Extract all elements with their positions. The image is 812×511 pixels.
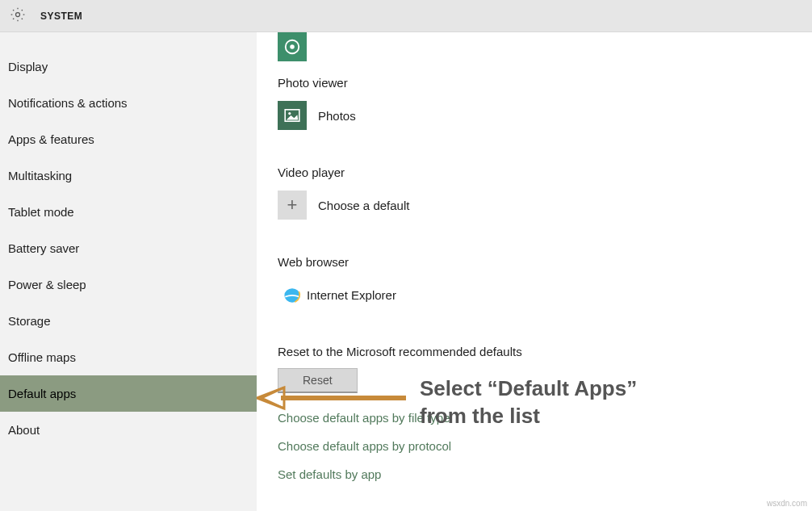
- app-label: Choose a default: [318, 199, 409, 212]
- sidebar-item-storage[interactable]: Storage: [0, 303, 257, 339]
- plus-icon: +: [278, 191, 307, 220]
- internet-explorer-icon: [278, 280, 307, 309]
- web-browser-selector[interactable]: Internet Explorer: [278, 280, 812, 309]
- sidebar-item-about[interactable]: About: [0, 412, 257, 448]
- annotation-line2: from the list: [420, 403, 637, 430]
- photo-viewer-section: Photo viewer Photos: [278, 76, 812, 130]
- annotation-line1: Select “Default Apps”: [420, 375, 637, 403]
- svg-point-4: [288, 112, 291, 115]
- sidebar: Display Notifications & actions Apps & f…: [0, 32, 257, 511]
- app-label: Photos: [318, 109, 356, 123]
- sidebar-item-default-apps[interactable]: Default apps: [0, 375, 257, 412]
- music-player-selector[interactable]: [278, 32, 812, 61]
- reset-description: Reset to the Microsoft recommended defau…: [278, 345, 812, 358]
- groove-music-icon: [278, 32, 307, 61]
- photos-icon: [278, 101, 307, 130]
- svg-point-2: [290, 44, 295, 49]
- sidebar-item-notifications[interactable]: Notifications & actions: [0, 85, 257, 121]
- video-player-selector[interactable]: + Choose a default: [278, 191, 812, 220]
- gear-icon: [10, 6, 26, 26]
- photo-viewer-selector[interactable]: Photos: [278, 101, 812, 130]
- content: Photo viewer Photos Video player + Choos…: [257, 32, 812, 511]
- link-by-protocol[interactable]: Choose default apps by protocol: [278, 439, 812, 453]
- sidebar-item-multitasking[interactable]: Multitasking: [0, 157, 257, 194]
- section-title: Web browser: [278, 255, 812, 269]
- section-title: Photo viewer: [278, 76, 812, 90]
- header: SYSTEM: [0, 0, 812, 32]
- sidebar-item-apps-features[interactable]: Apps & features: [0, 121, 257, 157]
- annotation-text: Select “Default Apps” from the list: [420, 375, 637, 430]
- web-browser-section: Web browser Internet Explorer: [278, 255, 812, 309]
- reset-button[interactable]: Reset: [278, 368, 358, 393]
- sidebar-item-battery-saver[interactable]: Battery saver: [0, 230, 257, 266]
- svg-point-0: [16, 12, 20, 16]
- sidebar-item-display[interactable]: Display: [0, 48, 257, 85]
- video-player-section: Video player + Choose a default: [278, 165, 812, 220]
- link-by-app[interactable]: Set defaults by app: [278, 467, 812, 481]
- app-label: Internet Explorer: [307, 288, 396, 302]
- section-title: Video player: [278, 165, 812, 179]
- header-title: SYSTEM: [40, 10, 82, 22]
- sidebar-item-tablet-mode[interactable]: Tablet mode: [0, 194, 257, 230]
- sidebar-item-power-sleep[interactable]: Power & sleep: [0, 266, 257, 303]
- watermark: wsxdn.com: [767, 499, 807, 508]
- sidebar-item-offline-maps[interactable]: Offline maps: [0, 339, 257, 375]
